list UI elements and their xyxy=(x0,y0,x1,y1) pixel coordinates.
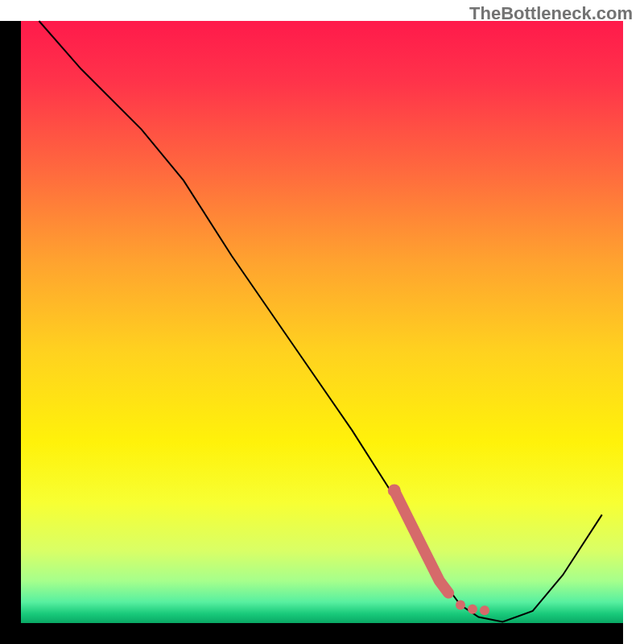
plot-background xyxy=(21,21,623,623)
svg-point-3 xyxy=(388,484,401,497)
watermark-text: TheBottleneck.com xyxy=(469,3,633,24)
chart-svg xyxy=(0,0,644,644)
svg-rect-4 xyxy=(0,21,21,644)
bottleneck-chart: TheBottleneck.com xyxy=(0,0,644,644)
svg-point-2 xyxy=(480,605,489,615)
svg-point-0 xyxy=(456,601,465,610)
svg-rect-5 xyxy=(0,623,623,644)
svg-point-1 xyxy=(468,605,477,614)
